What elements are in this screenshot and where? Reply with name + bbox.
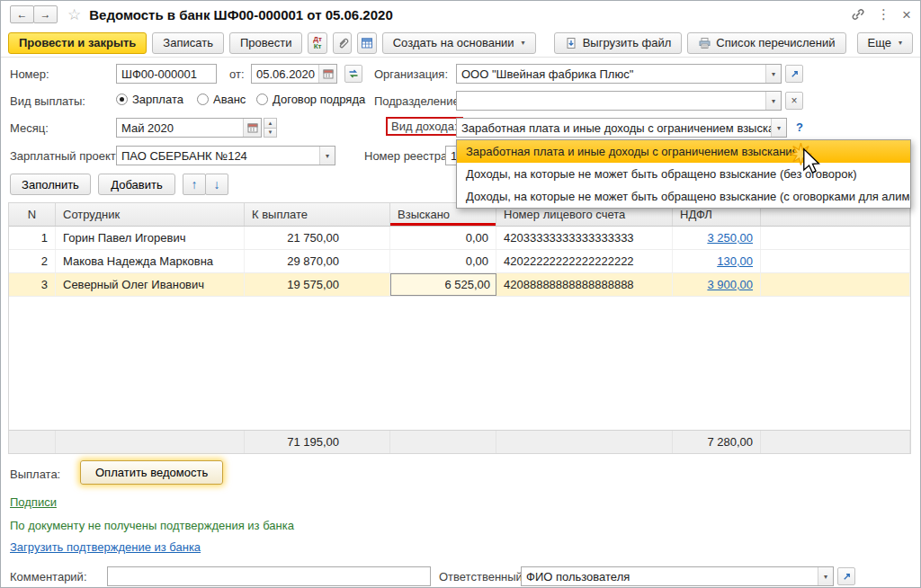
dropdown-item[interactable]: Доходы, на которые не может быть обращен… [457, 185, 910, 208]
dropdown-item-active[interactable]: Заработная плата и иные доходы с огранич… [457, 140, 910, 163]
comment-label: Комментарий: [10, 570, 87, 584]
cell-withheld[interactable]: 0,00 [390, 250, 496, 272]
organization-combo[interactable]: ООО "Швейная фабрика Плюс" ▾ [456, 64, 782, 84]
cell-withheld[interactable]: 0,00 [390, 227, 496, 249]
radio-salary[interactable]: Зарплата [116, 93, 183, 106]
cell-n[interactable]: 2 [9, 250, 56, 272]
move-up-button[interactable]: ↑ [183, 174, 206, 195]
cell-to-pay[interactable]: 21 750,00 [245, 227, 390, 249]
department-clear-button[interactable]: × [785, 92, 803, 110]
calendar-icon[interactable] [318, 65, 336, 83]
transfers-list-button[interactable]: Список перечислений [687, 32, 845, 54]
more-button[interactable]: Еще▾ [857, 32, 913, 54]
ndfl-link[interactable]: 3 900,00 [707, 278, 753, 291]
registry-number-label: Номер реестра: [364, 149, 451, 163]
organization-open-button[interactable] [785, 65, 803, 83]
responsible-open-button[interactable] [837, 567, 855, 585]
cell-to-pay[interactable]: 29 870,00 [245, 250, 390, 272]
dtkt-button[interactable]: ДтКт [308, 32, 326, 54]
clear-icon: × [791, 94, 797, 107]
table-row[interactable]: 2 Макова Надежда Марковна 29 870,00 0,00… [9, 250, 910, 273]
total-ndfl: 7 280,00 [673, 431, 761, 453]
radio-dot [116, 94, 128, 105]
col-header-employee[interactable]: Сотрудник [56, 203, 245, 226]
income-type-label-highlighted: Вид дохода: [386, 117, 463, 136]
cell-ndfl[interactable]: 3 250,00 [673, 227, 761, 249]
chevron-down-icon[interactable]: ▾ [818, 567, 833, 585]
cell-filler [761, 273, 910, 296]
cell-ndfl[interactable]: 130,00 [673, 250, 761, 272]
window-title: Ведомость в банк ШФ00-000001 от 05.06.20… [89, 7, 393, 22]
chevron-down-icon[interactable]: ▾ [765, 65, 781, 83]
signatures-link[interactable]: Подписи [10, 495, 57, 509]
attachments-button[interactable] [333, 32, 352, 54]
forward-button[interactable]: → [33, 5, 58, 23]
department-label: Подразделение: [374, 94, 462, 108]
chevron-down-icon[interactable]: ▾ [765, 92, 781, 110]
number-field[interactable]: ШФ00-000001 [116, 64, 217, 84]
export-file-button[interactable]: Выгрузить файл [554, 32, 683, 54]
bank-status-text: По документу не получены подтверждения и… [10, 519, 294, 532]
salary-project-combo[interactable]: ПАО СБЕРБАНК №124 ▾ [116, 146, 335, 165]
stepper-down-button[interactable]: ▼ [264, 128, 277, 138]
income-type-help-link[interactable]: ? [796, 120, 803, 134]
kebab-menu-button[interactable]: ⋮ [877, 6, 890, 22]
move-down-icon: ↓ [214, 177, 220, 192]
move-down-button[interactable]: ↓ [205, 174, 228, 195]
cell-ndfl[interactable]: 3 900,00 [673, 273, 761, 296]
cell-n[interactable]: 3 [9, 273, 56, 296]
radio-advance[interactable]: Аванс [197, 93, 246, 106]
ndfl-link[interactable]: 130,00 [717, 254, 753, 268]
cell-account[interactable]: 42033333333333333333 [496, 227, 673, 249]
cell-account[interactable]: 42022222222222222222 [496, 250, 673, 272]
main-toolbar: Провести и закрыть Записать Провести ДтК… [1, 29, 920, 58]
col-header-n[interactable]: N [9, 203, 56, 226]
payment-label: Выплата: [10, 468, 60, 481]
radio-contract[interactable]: Договор подряда [256, 93, 365, 106]
create-based-on-button[interactable]: Создать на основании▾ [382, 32, 536, 54]
month-field[interactable]: Май 2020 [116, 118, 262, 138]
cell-withheld-focused[interactable]: 6 525,00 [390, 273, 496, 296]
fill-button[interactable]: Заполнить [10, 174, 91, 195]
income-type-combo[interactable]: Заработная плата и иные доходы с огранич… [456, 118, 787, 138]
get-link-button[interactable] [851, 7, 865, 22]
department-combo[interactable]: ▾ [456, 91, 782, 111]
cell-account[interactable]: 42088888888888888888 [496, 273, 673, 296]
cell-to-pay[interactable]: 19 575,00 [245, 273, 390, 296]
cell-employee[interactable]: Макова Надежда Марковна [56, 250, 245, 272]
related-documents-icon [348, 68, 359, 79]
load-confirmation-link[interactable]: Загрузить подтверждение из банка [10, 540, 201, 554]
calendar-icon[interactable] [243, 119, 261, 137]
close-button[interactable]: × [902, 7, 911, 22]
back-button[interactable]: ← [10, 5, 34, 23]
dtkt-icon: ДтКт [313, 36, 322, 50]
chevron-down-icon: ▾ [522, 39, 525, 47]
dropdown-item[interactable]: Доходы, на которые не может быть обращен… [457, 163, 910, 185]
date-field[interactable]: 05.06.2020 [251, 64, 337, 84]
registry-button[interactable] [357, 32, 376, 54]
pay-statement-button[interactable]: Оплатить ведомость [80, 460, 223, 485]
post-and-close-button[interactable]: Провести и закрыть [8, 32, 147, 54]
favorite-star-icon[interactable]: ☆ [67, 5, 81, 24]
write-button[interactable]: Записать [152, 32, 224, 54]
spin-down-icon: ▼ [268, 129, 273, 135]
total-to-pay: 71 195,00 [245, 431, 390, 453]
responsible-combo[interactable]: ФИО пользователя ▾ [521, 566, 834, 586]
cell-n[interactable]: 1 [9, 227, 56, 249]
col-header-to-pay[interactable]: К выплате [245, 203, 390, 226]
comment-input[interactable] [107, 566, 431, 586]
table-row[interactable]: 1 Горин Павел Игоревич 21 750,00 0,00 42… [9, 227, 910, 250]
chevron-down-icon[interactable]: ▾ [319, 147, 335, 165]
date-label: от: [229, 67, 245, 81]
related-documents-button[interactable] [344, 65, 362, 83]
add-button[interactable]: Добавить [98, 174, 175, 195]
cell-employee[interactable]: Горин Павел Игоревич [56, 227, 245, 249]
ndfl-link[interactable]: 3 250,00 [707, 231, 753, 245]
month-label: Месяц: [10, 121, 49, 135]
table-row-selected[interactable]: 3 Северный Олег Иванович 19 575,00 6 525… [9, 273, 910, 297]
cell-employee[interactable]: Северный Олег Иванович [56, 273, 245, 296]
paperclip-icon [336, 37, 349, 49]
open-arrow-icon [790, 69, 800, 79]
chevron-down-icon[interactable]: ▾ [771, 119, 786, 137]
post-button[interactable]: Провести [229, 32, 303, 54]
